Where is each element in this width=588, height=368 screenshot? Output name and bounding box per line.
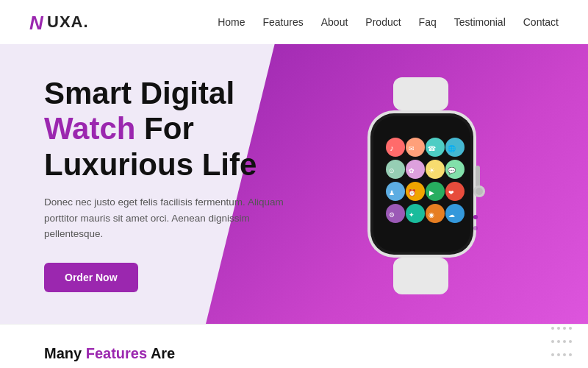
hero-description: Donec nec justo eget felis facilisis fer…: [44, 194, 309, 242]
svg-text:☀: ☀: [429, 166, 435, 174]
svg-text:✉: ✉: [409, 145, 415, 152]
svg-text:▶: ▶: [429, 189, 434, 197]
bottom-title-accent: Features: [86, 345, 147, 361]
watch-svg: ♪ ✉ ☎ 🌐 ⊙ ✿ ☀ 💬 ♟ ⏰ ▶ ❤ ⚙ ✦ ◉ ☁: [316, 70, 529, 305]
dots-decoration: [550, 321, 573, 361]
svg-point-42: [473, 226, 478, 230]
hero-content: Smart Digital Watch For Luxurious Life D…: [0, 76, 309, 292]
logo-wordmark: UXA.: [47, 13, 89, 32]
svg-text:◉: ◉: [429, 211, 434, 219]
hero-title-line3: Luxurious Life: [44, 147, 257, 182]
svg-text:🌐: 🌐: [448, 144, 456, 153]
svg-point-41: [473, 215, 478, 219]
logo-n-icon: N: [29, 12, 47, 32]
svg-text:⚙: ⚙: [389, 211, 395, 219]
nav-faq[interactable]: Faq: [419, 16, 437, 28]
svg-point-6: [386, 138, 405, 157]
nav-about[interactable]: About: [321, 16, 348, 28]
svg-text:⏰: ⏰: [408, 188, 417, 197]
svg-text:⊙: ⊙: [389, 167, 395, 174]
svg-rect-2: [393, 258, 448, 294]
svg-text:☁: ☁: [448, 211, 455, 219]
hero-section: Smart Digital Watch For Luxurious Life D…: [0, 44, 588, 324]
bottom-section: Many Features Are: [0, 324, 588, 368]
svg-rect-1: [393, 77, 448, 110]
hero-title-accent: Watch: [44, 111, 135, 146]
site-logo: N UXA.: [29, 12, 89, 32]
hero-watch-image: ♪ ✉ ☎ 🌐 ⊙ ✿ ☀ 💬 ♟ ⏰ ▶ ❤ ⚙ ✦ ◉ ☁: [316, 70, 529, 298]
site-header: N UXA. Home Features About Product Faq T…: [0, 0, 588, 44]
svg-point-40: [476, 188, 483, 195]
svg-rect-38: [476, 166, 480, 188]
nav-features[interactable]: Features: [263, 16, 304, 28]
nav-home[interactable]: Home: [218, 16, 245, 28]
order-now-button[interactable]: Order Now: [44, 263, 138, 292]
svg-text:♪: ♪: [390, 144, 394, 152]
bottom-features-title: Many Features Are: [44, 345, 175, 362]
svg-text:❤: ❤: [448, 189, 454, 197]
hero-title-line1: Smart Digital: [44, 76, 234, 110]
svg-text:✦: ✦: [409, 211, 415, 219]
hero-title: Smart Digital Watch For Luxurious Life: [44, 76, 309, 183]
bottom-title-rest: Are: [147, 345, 175, 361]
nav-testimonial[interactable]: Testimonial: [454, 16, 506, 28]
nav-product[interactable]: Product: [365, 16, 401, 28]
bottom-title-normal: Many: [44, 345, 86, 361]
svg-text:☎: ☎: [428, 145, 436, 152]
hero-title-for: For: [135, 111, 193, 146]
svg-text:💬: 💬: [448, 166, 456, 175]
main-nav: Home Features About Product Faq Testimon…: [218, 16, 559, 28]
nav-contact[interactable]: Contact: [523, 16, 559, 28]
svg-text:✿: ✿: [409, 167, 415, 174]
svg-text:N: N: [29, 12, 44, 32]
svg-text:♟: ♟: [389, 189, 395, 197]
